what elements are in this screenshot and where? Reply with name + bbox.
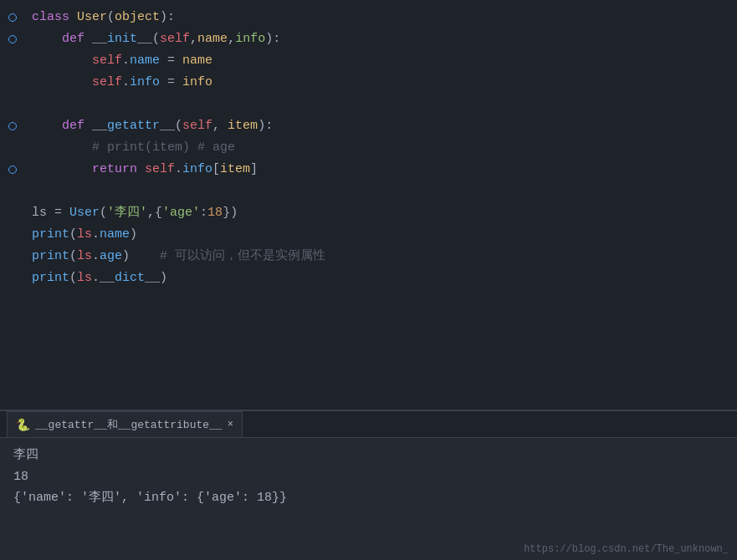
token-str: '李四' [107, 206, 147, 220]
token-fn: print [32, 271, 69, 285]
line-gutter [0, 35, 25, 43]
code-line [0, 181, 737, 202]
token-plain: . [175, 162, 182, 176]
breakpoint-dot[interactable] [8, 13, 17, 22]
token-plain: ): [160, 10, 175, 24]
token-var: ls [77, 227, 92, 242]
code-line: print(ls.name) [0, 224, 737, 246]
token-plain: ls = [32, 206, 69, 220]
token-plain [32, 75, 92, 89]
token-kw: return [92, 162, 145, 176]
code-line: return self.info[item] [0, 159, 737, 181]
terminal-panel: 🐍 __getattr__和__getattribute__ × 李四18{'n… [0, 410, 737, 560]
token-plain [32, 140, 92, 155]
breakpoint-dot[interactable] [8, 165, 17, 174]
breakpoint-dot[interactable] [8, 122, 17, 130]
token-fn: init [107, 32, 137, 46]
token-plain [32, 119, 62, 133]
code-content [25, 181, 727, 201]
token-comment: # print(item) # age [92, 140, 235, 155]
token-kw: def [62, 119, 92, 133]
code-line: print(ls.age) # 可以访问，但不是实例属性 [0, 246, 737, 267]
token-plain: __ [92, 32, 107, 46]
token-plain: __) [145, 271, 167, 285]
token-attr: info [182, 162, 212, 176]
token-plain: }) [223, 206, 238, 220]
token-classname: User [77, 10, 107, 24]
token-kw: def [62, 32, 92, 46]
token-plain [32, 32, 62, 46]
code-content [25, 94, 727, 115]
token-plain: __ [92, 119, 107, 133]
token-param: name [182, 53, 212, 68]
code-content: def __getattr__(self, item): [25, 116, 727, 136]
token-attr: name [100, 227, 130, 242]
token-attr: info [130, 75, 160, 89]
output-line: {'name': '李四', 'info': {'age': 18}} [13, 487, 724, 509]
breakpoint-dot[interactable] [8, 35, 17, 43]
line-gutter [0, 13, 25, 22]
token-var: self [160, 32, 190, 46]
code-line: def __getattr__(self, item): [0, 115, 737, 137]
token-chinese-comment: # 可以访问，但不是实例属性 [160, 249, 325, 263]
token-plain: ,{ [147, 206, 162, 220]
output-line: 18 [13, 466, 724, 488]
terminal-output: 李四18{'name': '李四', 'info': {'age': 18}} [0, 438, 737, 516]
terminal-tab-label: __getattr__和__getattribute__ [35, 417, 223, 432]
tab-close-icon[interactable]: × [228, 419, 233, 430]
token-plain: ( [100, 206, 107, 220]
code-content: print(ls.__dict__) [25, 268, 727, 288]
token-param: item [228, 119, 258, 133]
token-str: 'age' [162, 206, 200, 220]
token-var: self [182, 119, 212, 133]
token-fn: getattr [107, 119, 160, 133]
terminal-tab-bar: 🐍 __getattr__和__getattribute__ × [0, 411, 737, 438]
token-plain: __( [137, 32, 160, 46]
code-content: self.name = name [25, 51, 727, 71]
token-fn: User [69, 206, 100, 220]
line-gutter [0, 122, 25, 130]
token-var: ls [77, 249, 92, 263]
code-content: def __init__(self,name,info): [25, 29, 727, 49]
token-attr: age [100, 249, 122, 263]
token-plain: ): [265, 32, 280, 46]
token-plain: ): [258, 119, 273, 133]
token-var: self [145, 162, 175, 176]
token-plain: . [122, 53, 130, 68]
code-content: print(ls.age) # 可以访问，但不是实例属性 [25, 247, 727, 267]
code-line [0, 94, 737, 115]
code-content: ls = User('李四',{'age':18}) [25, 203, 727, 223]
token-fn: print [32, 249, 69, 263]
token-var: self [92, 75, 122, 89]
token-plain: ( [69, 271, 77, 285]
token-plain: , [228, 32, 235, 46]
token-param: name [197, 32, 228, 46]
code-line: print(ls.__dict__) [0, 267, 737, 289]
token-kw: class [32, 10, 77, 24]
token-plain: ( [69, 227, 77, 242]
token-plain: ( [69, 249, 77, 263]
branding-link: https://blog.csdn.net/The_unknown_ [524, 543, 729, 555]
token-var: ls [77, 271, 92, 285]
code-content: print(ls.name) [25, 225, 727, 245]
code-content: class User(object): [25, 8, 727, 28]
token-plain: .__ [92, 271, 115, 285]
token-plain: [ [212, 162, 220, 176]
code-line: def __init__(self,name,info): [0, 28, 737, 50]
code-line: self.name = name [0, 50, 737, 72]
code-line: self.info = info [0, 72, 737, 94]
token-plain: __( [160, 119, 182, 133]
terminal-tab[interactable]: 🐍 __getattr__和__getattribute__ × [7, 411, 243, 437]
token-highlight-info: info [235, 32, 265, 46]
output-line: 李四 [13, 445, 724, 466]
code-line: ls = User('李四',{'age':18}) [0, 202, 737, 224]
token-plain: ) [122, 249, 160, 263]
token-plain: ( [107, 10, 115, 24]
token-plain: ] [250, 162, 258, 176]
code-line: # print(item) # age [0, 137, 737, 159]
token-fn: print [32, 227, 69, 242]
token-param: object [115, 10, 160, 24]
line-gutter [0, 165, 25, 174]
python-snake-icon: 🐍 [16, 418, 30, 432]
code-content: return self.info[item] [25, 160, 727, 180]
